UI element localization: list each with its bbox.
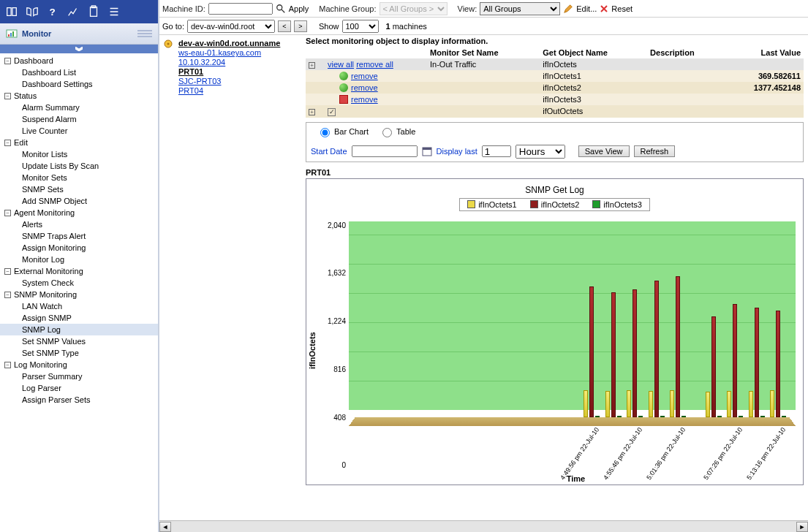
device-link[interactable]: SJC-PRT03: [178, 77, 221, 86]
tree-group[interactable]: −Log Monitoring: [0, 359, 158, 370]
tree-item[interactable]: Dashboard List: [0, 66, 158, 78]
calendar-icon[interactable]: [422, 146, 432, 156]
machine-group-select[interactable]: < All Groups >: [380, 2, 448, 15]
chart-device: PRT01: [306, 168, 804, 177]
remove-link[interactable]: remove: [351, 95, 378, 104]
view-all-link[interactable]: view all: [328, 60, 354, 69]
device-current[interactable]: PRT01: [178, 67, 303, 76]
svg-text:?: ?: [50, 7, 56, 18]
monitor-icon: [6, 28, 18, 39]
chart-legend: ifInOctets1ifInOctets2ifInOctets3: [459, 198, 650, 211]
tree-item[interactable]: System Check: [0, 277, 158, 289]
edit-link[interactable]: Edit...: [576, 4, 597, 13]
table-row: +view all remove allIn-Out TrafficifInOc…: [306, 58, 804, 70]
view-select[interactable]: All Groups: [480, 2, 560, 15]
show-select[interactable]: 100: [342, 20, 379, 33]
tree-group[interactable]: −External Monitoring: [0, 265, 158, 277]
prev-button[interactable]: <: [278, 20, 291, 32]
horizontal-scrollbar[interactable]: ◄ ►: [159, 520, 808, 532]
tree-item[interactable]: Monitor Log: [0, 254, 158, 265]
table-radio[interactable]: Table: [379, 126, 415, 137]
tree-item[interactable]: SNMP Sets: [0, 183, 158, 195]
machine-link[interactable]: ws-eau-01.kaseya.com: [178, 48, 261, 57]
tree-group[interactable]: −SNMP Monitoring: [0, 289, 158, 300]
x-tick: 4:55:46 pm 22-Jul-10: [602, 426, 643, 481]
tree-group[interactable]: −Edit: [0, 137, 158, 148]
tree-group[interactable]: −Status: [0, 90, 158, 102]
svg-point-7: [276, 4, 282, 10]
filter-bar: Machine ID: Apply Machine Group: < All G…: [159, 0, 808, 18]
tree-item[interactable]: Live Counter: [0, 125, 158, 137]
next-button[interactable]: >: [294, 20, 307, 32]
help-icon[interactable]: ?: [45, 4, 60, 19]
drag-handle-icon: [137, 30, 152, 37]
book-icon[interactable]: [4, 4, 19, 19]
list-icon[interactable]: [107, 4, 121, 19]
status-ok-icon: [339, 83, 348, 92]
tree-item[interactable]: Add SNMP Object: [0, 195, 158, 207]
tree-item[interactable]: Log Parser: [0, 382, 158, 394]
tree-item[interactable]: Assign Parser Sets: [0, 394, 158, 406]
search-icon[interactable]: [276, 4, 286, 14]
remove-all-link[interactable]: remove all: [356, 60, 393, 69]
goto-select[interactable]: dev-av-win0d.root: [187, 20, 275, 33]
tree-item[interactable]: Assign Monitoring: [0, 242, 158, 254]
remove-link[interactable]: remove: [351, 83, 378, 92]
save-view-button[interactable]: Save View: [578, 145, 630, 157]
tree-item[interactable]: Suspend Alarm: [0, 113, 158, 125]
tree-item[interactable]: Update Lists By Scan: [0, 160, 158, 172]
tree-item[interactable]: Monitor Lists: [0, 148, 158, 160]
display-last-input[interactable]: [482, 145, 511, 157]
clipboard-icon[interactable]: [86, 4, 101, 19]
status-ok-icon: [339, 72, 348, 80]
tree-item[interactable]: Set SNMP Values: [0, 335, 158, 347]
unit-select[interactable]: Hours: [516, 145, 565, 159]
pencil-icon[interactable]: [563, 4, 573, 14]
tree-item[interactable]: LAN Watch: [0, 300, 158, 312]
chart-title: SNMP Get Log: [306, 179, 803, 198]
scroll-left-button[interactable]: ◄: [159, 522, 171, 532]
collapse-strip[interactable]: [0, 45, 158, 53]
table-row: removeifInOctets3: [306, 94, 804, 105]
current-machine[interactable]: dev-av-win0d.root.unname: [178, 39, 303, 48]
tree-item[interactable]: Dashboard Settings: [0, 78, 158, 90]
x-tick: 5:13:16 pm 22-Jul-10: [746, 426, 788, 481]
table-row: removeifInOctets21377.452148: [306, 82, 804, 94]
tree-item[interactable]: Alerts: [0, 218, 158, 230]
nav-bar: Go to: dev-av-win0d.root < > Show 100 1 …: [159, 18, 808, 35]
svg-rect-1: [91, 7, 97, 17]
bar: [749, 391, 753, 417]
svg-rect-11: [423, 148, 431, 150]
bar: [595, 416, 600, 417]
tree-item[interactable]: Assign SNMP: [0, 312, 158, 324]
nav-tree: −DashboardDashboard ListDashboard Settin…: [0, 53, 158, 532]
stats-icon[interactable]: [66, 4, 80, 19]
bar: [649, 391, 653, 417]
bar-chart-radio[interactable]: Bar Chart: [317, 126, 369, 137]
scroll-right-button[interactable]: ►: [796, 522, 808, 532]
svg-point-9: [167, 43, 170, 45]
tree-item[interactable]: SNMP Traps Alert: [0, 230, 158, 242]
machine-id-input[interactable]: [208, 3, 273, 15]
tree-item[interactable]: Alarm Summary: [0, 102, 158, 113]
tree-item[interactable]: Parser Summary: [0, 370, 158, 382]
tree-group[interactable]: −Dashboard: [0, 55, 158, 66]
tree-group[interactable]: −Agent Monitoring: [0, 207, 158, 218]
remove-link[interactable]: remove: [351, 72, 378, 80]
machine-link[interactable]: 10.10.32.204: [178, 58, 225, 66]
tree-item[interactable]: Set SNMP Type: [0, 347, 158, 359]
tree-item[interactable]: Monitor Sets: [0, 172, 158, 183]
reset-link[interactable]: Reset: [611, 4, 633, 13]
bar: [782, 416, 786, 417]
book-open-icon[interactable]: [25, 4, 39, 19]
x-tick: 5:01:36 pm 22-Jul-10: [645, 426, 687, 481]
device-link[interactable]: PRT04: [178, 86, 203, 95]
refresh-button[interactable]: Refresh: [634, 145, 676, 157]
legend-item: ifInOctets2: [530, 200, 580, 209]
reset-icon[interactable]: [600, 4, 608, 13]
start-date-input[interactable]: [352, 145, 418, 157]
apply-link[interactable]: Apply: [289, 4, 309, 13]
chart-xlabel: Time: [567, 474, 585, 483]
tree-item[interactable]: SNMP Log: [0, 324, 158, 335]
col-desc: Description: [647, 47, 723, 58]
